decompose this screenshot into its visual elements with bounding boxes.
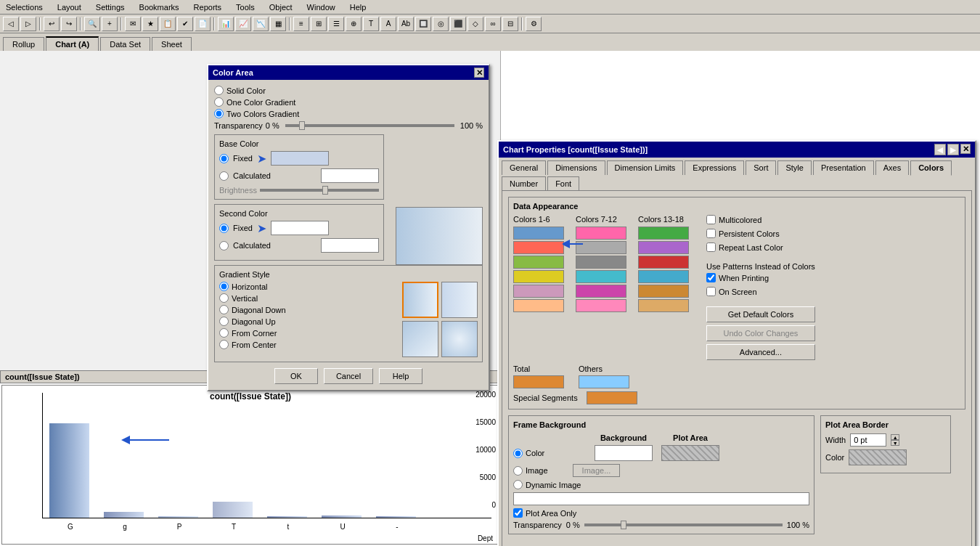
color-area-help-button[interactable]: Help xyxy=(379,368,422,384)
toolbar-btn-27[interactable]: ∞ xyxy=(485,17,501,31)
color-1-6[interactable] xyxy=(513,299,564,312)
color-3-3[interactable] xyxy=(638,256,689,269)
toolbar-btn-18[interactable]: ☰ xyxy=(328,17,344,31)
toolbar-btn-28[interactable]: ⊟ xyxy=(502,17,518,31)
chart-inner[interactable]: count([Issue State]) 20000 15000 10000 5… xyxy=(1,385,499,545)
tab-rollup[interactable]: Rollup xyxy=(3,37,44,51)
toolbar-btn-9[interactable]: 📋 xyxy=(160,17,176,31)
color-3-5[interactable] xyxy=(638,285,689,298)
chart-props-close-button[interactable]: ✕ xyxy=(960,144,971,154)
color-3-4[interactable] xyxy=(638,270,689,283)
color-3-1[interactable] xyxy=(638,227,689,240)
bg-dynamic-radio[interactable] xyxy=(513,480,523,489)
toolbar-btn-24[interactable]: ◎ xyxy=(433,17,449,31)
image-button[interactable]: Image... xyxy=(573,464,621,477)
color-3-6[interactable] xyxy=(638,299,689,312)
second-calculated-radio[interactable] xyxy=(219,241,229,250)
toolbar-btn-17[interactable]: ⊞ xyxy=(311,17,327,31)
transparency-slider[interactable] xyxy=(285,124,454,127)
base-calculated-radio[interactable] xyxy=(219,171,229,181)
tab-dimensions[interactable]: Dimensions xyxy=(547,160,605,175)
tab-axes[interactable]: Axes xyxy=(875,160,909,175)
second-fixed-radio[interactable] xyxy=(219,224,229,233)
toolbar-btn-16[interactable]: ≡ xyxy=(293,17,309,31)
tab-colors[interactable]: Colors xyxy=(910,160,952,176)
toolbar-btn-13[interactable]: 📈 xyxy=(235,17,251,31)
radio-horizontal-input[interactable] xyxy=(219,282,229,291)
color-2-3[interactable] xyxy=(576,256,626,269)
toolbar-btn-6[interactable]: + xyxy=(102,17,118,31)
tab-number[interactable]: Number xyxy=(502,176,546,190)
toolbar-btn-22[interactable]: Ab xyxy=(398,17,414,31)
toolbar-btn-2[interactable]: ▷ xyxy=(20,17,36,31)
bg-trans-thumb[interactable] xyxy=(621,521,626,529)
menu-selections[interactable]: Selections xyxy=(3,3,46,12)
toolbar-btn-19[interactable]: ⊕ xyxy=(346,17,362,31)
plot-area-color-box[interactable] xyxy=(661,445,719,461)
advanced-button[interactable]: Advanced... xyxy=(706,344,815,360)
toolbar-btn-12[interactable]: 📊 xyxy=(218,17,234,31)
menu-layout[interactable]: Layout xyxy=(54,3,84,12)
radio-from-center[interactable]: From Center xyxy=(219,340,396,349)
toolbar-btn-11[interactable]: 📄 xyxy=(195,17,211,31)
repeat-last-checkbox[interactable] xyxy=(706,243,716,252)
toolbar-btn-20[interactable]: T xyxy=(363,17,379,31)
total-color-box[interactable] xyxy=(513,375,564,388)
radio-horizontal[interactable]: Horizontal xyxy=(219,282,396,291)
toolbar-btn-5[interactable]: 🔍 xyxy=(84,17,100,31)
toolbar-btn-3[interactable]: ↩ xyxy=(44,17,60,31)
menu-settings[interactable]: Settings xyxy=(93,3,128,12)
multicolored-checkbox[interactable] xyxy=(706,215,716,224)
toolbar-btn-4[interactable]: ↪ xyxy=(61,17,77,31)
on-screen-checkbox[interactable] xyxy=(706,287,716,296)
toolbar-btn-7[interactable]: ✉ xyxy=(125,17,141,31)
grad-preview-diagonal-up[interactable] xyxy=(441,321,478,357)
toolbar-btn-14[interactable]: 📉 xyxy=(253,17,269,31)
tab-chart-a[interactable]: Chart (A) xyxy=(46,36,99,51)
color-1-2[interactable] xyxy=(513,241,564,254)
undo-color-changes-button[interactable]: Undo Color Changes xyxy=(706,325,815,341)
radio-diagonal-up-input[interactable] xyxy=(219,317,229,326)
background-color-box[interactable] xyxy=(595,445,653,461)
radio-two-colors-gradient-input[interactable] xyxy=(214,109,224,118)
radio-diagonal-up[interactable]: Diagonal Up xyxy=(219,317,396,326)
toolbar-btn-29[interactable]: ⚙ xyxy=(526,17,542,31)
color-1-1[interactable] xyxy=(513,227,564,240)
grad-preview-vertical[interactable] xyxy=(441,282,478,318)
menu-help[interactable]: Help xyxy=(347,3,369,12)
color-3-2[interactable] xyxy=(638,241,689,254)
toolbar-btn-10[interactable]: ✔ xyxy=(177,17,193,31)
radio-from-center-input[interactable] xyxy=(219,340,229,349)
base-fixed-radio[interactable] xyxy=(219,154,229,163)
tab-expressions[interactable]: Expressions xyxy=(685,160,744,175)
color-1-3[interactable] xyxy=(513,256,564,269)
radio-diagonal-down[interactable]: Diagonal Down xyxy=(219,305,396,314)
grad-preview-diagonal-down[interactable] xyxy=(402,321,438,357)
tab-dataset[interactable]: Data Set xyxy=(100,37,150,51)
others-color-box[interactable] xyxy=(579,375,629,388)
radio-solid-color[interactable]: Solid Color xyxy=(214,86,483,95)
tab-presentation[interactable]: Presentation xyxy=(813,160,874,175)
transparency-thumb[interactable] xyxy=(299,121,305,130)
tab-style[interactable]: Style xyxy=(777,160,811,175)
toolbar-btn-23[interactable]: 🔲 xyxy=(415,17,431,31)
when-printing-checkbox[interactable] xyxy=(706,273,716,282)
dynamic-image-input-box[interactable] xyxy=(513,492,809,505)
pab-color-box[interactable] xyxy=(849,449,907,465)
radio-from-corner-input[interactable] xyxy=(219,328,229,338)
color-area-ok-button[interactable]: OK xyxy=(274,368,318,384)
radio-vertical-input[interactable] xyxy=(219,293,229,303)
grad-preview-horizontal[interactable] xyxy=(402,282,438,318)
second-color-box[interactable] xyxy=(271,221,329,235)
tab-dimension-limits[interactable]: Dimension Limits xyxy=(607,160,684,175)
radio-one-color-gradient-input[interactable] xyxy=(214,97,224,107)
tab-general[interactable]: General xyxy=(502,160,546,175)
brightness-slider[interactable] xyxy=(260,189,379,192)
bg-image-radio[interactable] xyxy=(513,466,523,476)
radio-two-colors-gradient[interactable]: Two Colors Gradient xyxy=(214,109,483,118)
brightness-thumb[interactable] xyxy=(322,186,328,195)
bg-trans-slider[interactable] xyxy=(584,523,783,526)
color-1-5[interactable] xyxy=(513,285,564,298)
menu-tools[interactable]: Tools xyxy=(233,3,258,12)
radio-vertical[interactable]: Vertical xyxy=(219,293,396,303)
